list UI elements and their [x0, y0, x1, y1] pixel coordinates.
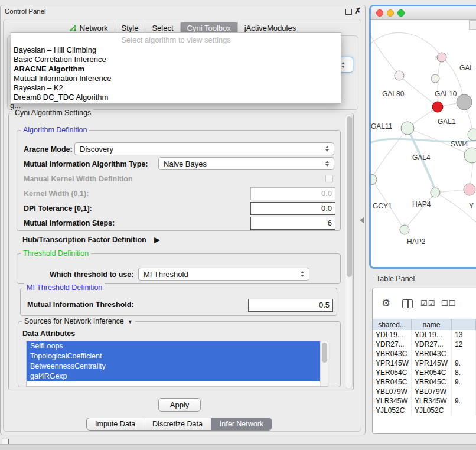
- network-node[interactable]: [431, 188, 440, 197]
- table-cell: YLR345W: [373, 396, 412, 406]
- network-window-titlebar[interactable]: [371, 6, 476, 20]
- network-node-label: GAL: [459, 64, 474, 72]
- column-header[interactable]: shared...: [373, 319, 412, 330]
- table-panel-title: Table Panel: [376, 275, 415, 283]
- network-node[interactable]: [400, 225, 409, 234]
- network-node[interactable]: [457, 94, 472, 110]
- close-traffic-light[interactable]: [376, 9, 383, 17]
- minimize-traffic-light[interactable]: [387, 9, 394, 17]
- kernel-width-label: Kernel Width (0,1):: [24, 190, 89, 198]
- column-header[interactable]: [452, 319, 476, 330]
- network-node[interactable]: [464, 184, 475, 195]
- table-cell: YER054C: [412, 368, 452, 377]
- mi-type-select[interactable]: Naive Bayes: [158, 157, 334, 170]
- list-item[interactable]: TopologicalCoefficient: [27, 351, 321, 361]
- cyni-settings-title: Cyni Algorithm Settings: [12, 109, 93, 117]
- control-panel-title: Control Panel: [5, 8, 46, 15]
- select-all-columns-icon[interactable]: ☑☑: [420, 299, 435, 308]
- table-cell: YBL079W: [412, 387, 452, 396]
- table-row[interactable]: YDR27...YDR27...12: [373, 340, 476, 349]
- table-cell: 13: [452, 330, 476, 340]
- apply-button[interactable]: Apply: [158, 398, 201, 412]
- network-canvas[interactable]: GAL GAL80 GAL10 GAL11 GAL1 SWI4 GAL4 GCY…: [371, 19, 476, 267]
- tab-infer-network[interactable]: Infer Network: [211, 418, 272, 430]
- sources-section-toggle[interactable]: Sources for Network Inference▼: [22, 317, 135, 325]
- status-bar: [0, 444, 476, 450]
- network-node[interactable]: [468, 129, 476, 141]
- table-cell: YBR045C: [373, 377, 412, 387]
- table-row[interactable]: YBL079WYBL079W: [373, 387, 476, 396]
- network-node-label: GAL1: [438, 118, 456, 126]
- network-view-window[interactable]: GAL GAL80 GAL10 GAL11 GAL1 SWI4 GAL4 GCY…: [369, 5, 476, 269]
- data-attributes-list[interactable]: SelfLoops TopologicalCoefficient Between…: [26, 341, 328, 387]
- threshold-definition-title: Threshold Definition: [21, 249, 91, 257]
- column-header[interactable]: name: [412, 319, 452, 330]
- dpi-tolerance-field[interactable]: 0.0: [250, 202, 335, 215]
- table-row[interactable]: YER054CYER054C8.: [373, 368, 476, 377]
- zoom-traffic-light[interactable]: [397, 9, 405, 17]
- network-node[interactable]: [431, 74, 439, 83]
- settings-scrollbar-thumb[interactable]: [347, 116, 352, 277]
- chevron-down-icon: ▼: [128, 319, 133, 325]
- network-node[interactable]: [437, 53, 446, 62]
- tab-discretize-data[interactable]: Discretize Data: [144, 418, 211, 430]
- network-node[interactable]: [371, 174, 377, 185]
- table-row[interactable]: YDL19...YDL19...13: [373, 330, 476, 340]
- menu-item[interactable]: Dream8 DC_TDC Algorithm: [11, 93, 341, 102]
- list-item[interactable]: SelfLoops: [27, 341, 321, 351]
- network-icon: [69, 24, 77, 32]
- data-attributes-label: Data Attributes: [22, 330, 75, 338]
- list-scrollbar-thumb[interactable]: [322, 343, 327, 363]
- list-item[interactable]: gal4RGexp: [27, 371, 321, 381]
- mi-threshold-label: Mutual Information Threshold:: [27, 301, 134, 309]
- table-row[interactable]: YBR045CYBR045C9.: [373, 377, 476, 387]
- float-window-icon[interactable]: [345, 9, 352, 15]
- deselect-all-columns-icon[interactable]: ☐☐: [441, 299, 456, 308]
- menu-item[interactable]: Mutual Information Inference: [11, 74, 341, 83]
- dpi-tolerance-label: DPI Tolerance [0,1]:: [24, 204, 92, 213]
- table-cell: YLR345W: [412, 396, 452, 406]
- mi-steps-field[interactable]: 6: [250, 217, 335, 230]
- manual-kernel-label: Manual Kernel Width Definition: [24, 175, 133, 183]
- network-node[interactable]: [432, 102, 443, 112]
- table-cell: YBR043C: [373, 349, 412, 358]
- aracne-mode-value: Discovery: [75, 145, 322, 154]
- table-cell: YER054C: [373, 368, 412, 377]
- mi-threshold-group-title: MI Threshold Definition: [24, 283, 105, 292]
- chevron-updown-icon: [322, 146, 334, 152]
- table-cell: 9.: [452, 358, 476, 368]
- settings-scrollbar[interactable]: [345, 114, 353, 389]
- hub-tf-section-toggle[interactable]: Hub/Transcription Factor Definition ▶: [22, 236, 159, 244]
- columns-icon[interactable]: [402, 299, 413, 308]
- sources-title: Sources for Network Inference: [24, 317, 124, 325]
- kernel-width-field: 0.0: [250, 187, 335, 200]
- menu-item[interactable]: ARACNE Algorithm: [11, 64, 341, 74]
- close-icon[interactable]: ✗: [354, 6, 361, 15]
- table-header: shared... name: [373, 319, 476, 330]
- chevron-right-icon: ▶: [154, 236, 159, 244]
- menu-item[interactable]: Basic Correlation Inference: [11, 55, 341, 64]
- table-cell: YPR145W: [412, 358, 452, 368]
- aracne-mode-select[interactable]: Discovery: [74, 142, 334, 155]
- chevron-updown-icon: [298, 271, 309, 277]
- network-node[interactable]: [464, 148, 476, 163]
- mi-threshold-field[interactable]: 0.5: [248, 299, 333, 312]
- network-node[interactable]: [395, 71, 404, 80]
- network-node[interactable]: [401, 122, 414, 135]
- table-row[interactable]: YLR345WYLR345W9.: [373, 396, 476, 406]
- gear-icon[interactable]: ⚙: [382, 297, 390, 309]
- list-item[interactable]: BetweennessCentrality: [27, 361, 321, 371]
- table-row[interactable]: YBR043CYBR043C: [373, 349, 476, 358]
- which-threshold-select[interactable]: MI Threshold: [138, 268, 309, 281]
- table-row[interactable]: YJL052CYJL052C: [373, 406, 476, 415]
- menu-item[interactable]: Bayesian – Hill Climbing: [11, 45, 341, 55]
- table-cell: 9.: [452, 396, 476, 406]
- menu-item[interactable]: Bayesian – K2: [11, 83, 341, 93]
- table-cell: [452, 406, 476, 415]
- tab-impute-data[interactable]: Impute Data: [87, 418, 144, 430]
- mi-steps-label: Mutual Information Steps:: [24, 219, 115, 227]
- splitpane-collapse-handle[interactable]: [360, 217, 364, 223]
- table-row[interactable]: YPR145WYPR145W9.: [373, 358, 476, 368]
- list-scrollbar[interactable]: [320, 341, 328, 386]
- network-node-label: HAP4: [412, 200, 431, 208]
